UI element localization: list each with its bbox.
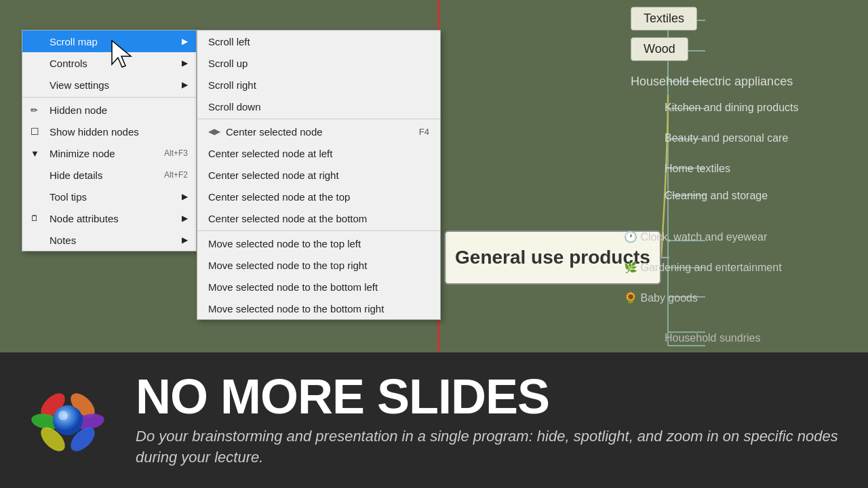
submenu-move-top-right[interactable]: Move selected node to the top right [197, 254, 440, 276]
submenu-divider-2 [197, 230, 440, 231]
submenu-center-node[interactable]: ◀▶ Center selected node F4 [197, 121, 440, 142]
svg-point-23 [58, 411, 68, 420]
minimize-icon: ▼ [31, 148, 45, 159]
node-attr-arrow-icon: ▶ [182, 214, 188, 223]
menu-item-scroll-map[interactable]: Scroll map ▶ [22, 30, 196, 52]
tooltips-arrow-icon: ▶ [182, 192, 188, 201]
banner-subtitle: Do your brainstorming and presentation i… [136, 426, 841, 468]
submenu-move-bottom-right[interactable]: Move selected node to the bottom right [197, 298, 440, 319]
submenu-move-top-left[interactable]: Move selected node to the top left [197, 232, 440, 254]
banner-title: NO MORE SLIDES [136, 372, 841, 421]
submenu-center-at-left[interactable]: Center selected node at left [197, 142, 440, 164]
menu-item-notes[interactable]: Notes ▶ [22, 229, 196, 251]
bottom-banner: NO MORE SLIDES Do your brainstorming and… [0, 352, 868, 488]
submenu-move-bottom-left[interactable]: Move selected node to the bottom left [197, 276, 440, 298]
menu-item-tool-tips[interactable]: Tool tips ▶ [22, 186, 196, 207]
textiles-node: Textiles [631, 7, 697, 30]
banner-content: NO MORE SLIDES Do your brainstorming and… [136, 372, 841, 468]
menu-item-view-settings[interactable]: View settings ▶ [22, 74, 196, 96]
submenu-scroll-down[interactable]: Scroll down [197, 96, 440, 117]
household-ea-label: Household electric appliances [631, 75, 793, 89]
menu-item-controls[interactable]: Controls ▶ [22, 52, 196, 74]
wood-node: Wood [631, 37, 688, 61]
menu-item-node-attributes[interactable]: 🗒 Node attributes ▶ [22, 207, 196, 229]
context-menu-sub: Scroll left Scroll up Scroll right Scrol… [197, 30, 441, 320]
menu-item-show-hidden[interactable]: ☐ Show hidden nodes [22, 121, 196, 142]
kitchen-label: Kitchen and dining products [665, 102, 798, 114]
submenu-scroll-left[interactable]: Scroll left [197, 30, 440, 52]
app-logo [27, 380, 108, 461]
submenu-center-at-top[interactable]: Center selected node at the top [197, 186, 440, 207]
menu-item-hidden-node[interactable]: ✏ Hidden node [22, 99, 196, 121]
view-settings-arrow-icon: ▶ [182, 80, 188, 89]
svg-point-22 [53, 405, 83, 435]
sundries-label: Household sundries [665, 332, 760, 344]
submenu-divider-1 [197, 119, 440, 119]
arrow-icon: ▶ [182, 37, 188, 46]
clock-label: 🕐 Clock, watch and eyewear [624, 230, 767, 243]
context-menu-main: Scroll map ▶ Controls ▶ View settings ▶ … [22, 30, 197, 251]
node-attr-icon: 🗒 [31, 214, 45, 223]
gardening-label: 🌿 Gardening and entertainment [624, 261, 782, 274]
notes-arrow-icon: ▶ [182, 235, 188, 245]
beauty-label: Beauty and personal care [665, 132, 788, 144]
baby-label: 🌻 Baby goods [624, 291, 698, 304]
cleaning-label: Cleaning and storage [665, 190, 768, 202]
controls-arrow-icon: ▶ [182, 58, 188, 68]
checkbox-icon: ☐ [31, 126, 45, 137]
home-textiles-label: Home textiles [665, 163, 730, 175]
menu-item-hide-details[interactable]: Hide details Alt+F2 [22, 164, 196, 186]
submenu-scroll-up[interactable]: Scroll up [197, 52, 440, 74]
pencil-icon: ✏ [31, 105, 45, 115]
menu-item-minimize-node[interactable]: ▼ Minimize node Alt+F3 [22, 142, 196, 164]
menu-divider-1 [22, 97, 196, 98]
submenu-center-at-right[interactable]: Center selected node at right [197, 164, 440, 186]
submenu-center-at-bottom[interactable]: Center selected node at the bottom [197, 207, 440, 229]
submenu-scroll-right[interactable]: Scroll right [197, 74, 440, 96]
